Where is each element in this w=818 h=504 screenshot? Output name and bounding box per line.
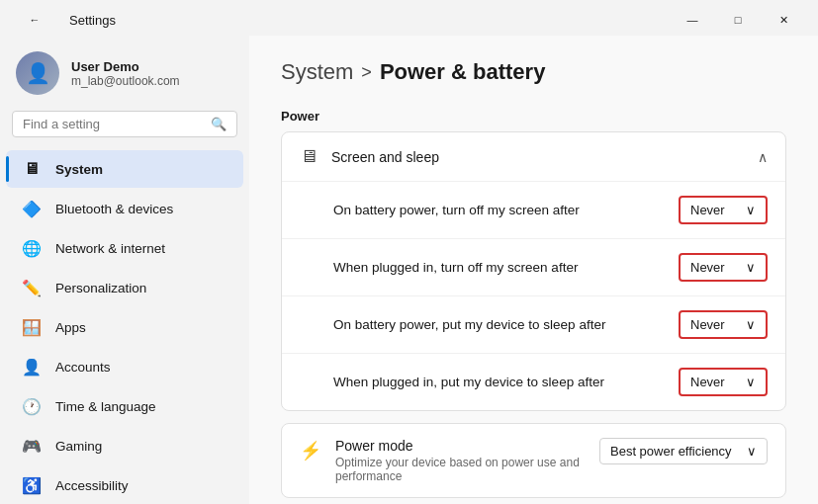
- breadcrumb-system[interactable]: System: [281, 59, 353, 85]
- chevron-down-icon: ∨: [747, 444, 757, 459]
- battery-sleep-dropdown[interactable]: Never ∨: [679, 310, 768, 339]
- accessibility-icon: ♿: [22, 475, 42, 495]
- sidebar-item-label: System: [55, 162, 103, 177]
- user-email: m_lab@outlook.com: [71, 74, 180, 88]
- breadcrumb: System > Power & battery: [281, 59, 786, 85]
- sidebar-item-accounts[interactable]: 👤 Accounts: [6, 348, 243, 385]
- power-mode-text: Power mode Optimize your device based on…: [335, 438, 599, 483]
- sidebar-item-apps[interactable]: 🪟 Apps: [6, 308, 243, 346]
- search-icon: 🔍: [211, 117, 227, 131]
- user-profile[interactable]: 👤 User Demo m_lab@outlook.com: [0, 43, 249, 111]
- main-content: System > Power & battery Power 🖥 Screen …: [249, 36, 818, 504]
- sidebar-item-accessibility[interactable]: ♿ Accessibility: [6, 466, 243, 504]
- breadcrumb-current: Power & battery: [380, 59, 546, 85]
- network-icon: 🌐: [22, 238, 42, 258]
- chevron-down-icon: ∨: [746, 260, 756, 275]
- sidebar-item-label: Apps: [55, 320, 86, 335]
- personalization-icon: ✏️: [22, 278, 42, 297]
- app-title: Settings: [69, 13, 116, 28]
- close-button[interactable]: ✕: [761, 6, 806, 34]
- plugged-sleep-row: When plugged in, put my device to sleep …: [282, 353, 785, 410]
- screen-icon: 🖥: [300, 146, 318, 167]
- sidebar: 👤 User Demo m_lab@outlook.com 🔍 🖥 System…: [0, 36, 249, 504]
- search-box[interactable]: 🔍: [12, 111, 237, 137]
- accounts-icon: 👤: [22, 357, 42, 377]
- sidebar-item-label: Personalization: [55, 281, 146, 295]
- system-icon: 🖥: [22, 159, 42, 179]
- plugged-sleep-dropdown[interactable]: Never ∨: [679, 368, 768, 396]
- titlebar: ← Settings — □ ✕: [0, 0, 818, 36]
- battery-sleep-row: On battery power, put my device to sleep…: [282, 295, 785, 353]
- bluetooth-icon: 🔷: [22, 199, 42, 218]
- breadcrumb-chevron: >: [361, 62, 372, 83]
- sidebar-item-personalization[interactable]: ✏️ Personalization: [6, 269, 243, 306]
- app-body: 👤 User Demo m_lab@outlook.com 🔍 🖥 System…: [0, 36, 818, 504]
- screen-sleep-card: 🖥 Screen and sleep ∧ On battery power, t…: [281, 131, 786, 411]
- window-controls: — □ ✕: [670, 6, 806, 34]
- sidebar-item-network[interactable]: 🌐 Network & internet: [6, 229, 243, 267]
- minimize-button[interactable]: —: [670, 6, 715, 34]
- maximize-button[interactable]: □: [715, 6, 761, 34]
- gaming-icon: 🎮: [22, 436, 42, 456]
- screen-sleep-header-left: 🖥 Screen and sleep: [300, 146, 439, 167]
- sidebar-item-system[interactable]: 🖥 System: [6, 150, 243, 188]
- plugged-screen-off-label: When plugged in, turn off my screen afte…: [333, 260, 578, 275]
- titlebar-left: ← Settings: [12, 6, 116, 34]
- power-mode-dropdown[interactable]: Best power efficiency ∨: [599, 438, 768, 464]
- time-icon: 🕐: [22, 396, 42, 416]
- sidebar-item-label: Gaming: [55, 439, 102, 454]
- chevron-down-icon: ∨: [746, 317, 756, 332]
- search-input[interactable]: [23, 117, 203, 131]
- avatar: 👤: [16, 51, 59, 95]
- sidebar-item-gaming[interactable]: 🎮 Gaming: [6, 427, 243, 464]
- user-name: User Demo: [71, 59, 180, 74]
- power-mode-card: ⚡ Power mode Optimize your device based …: [281, 423, 786, 498]
- screen-sleep-title: Screen and sleep: [331, 149, 439, 165]
- sidebar-item-label: Network & internet: [55, 241, 165, 256]
- chevron-down-icon: ∨: [746, 203, 756, 217]
- battery-sleep-label: On battery power, put my device to sleep…: [333, 317, 605, 332]
- battery-screen-off-row: On battery power, turn off my screen aft…: [282, 181, 785, 238]
- plugged-screen-off-dropdown[interactable]: Never ∨: [679, 253, 768, 282]
- power-mode-title: Power mode: [335, 438, 599, 454]
- power-mode-left: ⚡ Power mode Optimize your device based …: [300, 438, 599, 483]
- power-section-label: Power: [281, 109, 786, 124]
- user-info: User Demo m_lab@outlook.com: [71, 59, 180, 88]
- plugged-screen-off-row: When plugged in, turn off my screen afte…: [282, 238, 785, 295]
- apps-icon: 🪟: [22, 317, 42, 337]
- sidebar-item-label: Bluetooth & devices: [55, 202, 173, 216]
- battery-screen-off-dropdown[interactable]: Never ∨: [679, 196, 768, 224]
- chevron-down-icon: ∨: [746, 375, 756, 389]
- back-button[interactable]: ←: [12, 6, 57, 34]
- sidebar-item-label: Time & language: [55, 399, 156, 414]
- sidebar-item-bluetooth[interactable]: 🔷 Bluetooth & devices: [6, 190, 243, 227]
- sidebar-item-label: Accounts: [55, 360, 111, 375]
- sidebar-item-label: Accessibility: [55, 478, 129, 493]
- sidebar-item-time[interactable]: 🕐 Time & language: [6, 387, 243, 425]
- power-mode-icon: ⚡: [300, 440, 321, 462]
- collapse-icon[interactable]: ∧: [758, 149, 768, 165]
- battery-screen-off-label: On battery power, turn off my screen aft…: [333, 203, 580, 217]
- power-mode-subtitle: Optimize your device based on power use …: [335, 456, 599, 483]
- power-mode-row: ⚡ Power mode Optimize your device based …: [282, 424, 785, 497]
- screen-sleep-header[interactable]: 🖥 Screen and sleep ∧: [282, 132, 785, 181]
- plugged-sleep-label: When plugged in, put my device to sleep …: [333, 375, 604, 389]
